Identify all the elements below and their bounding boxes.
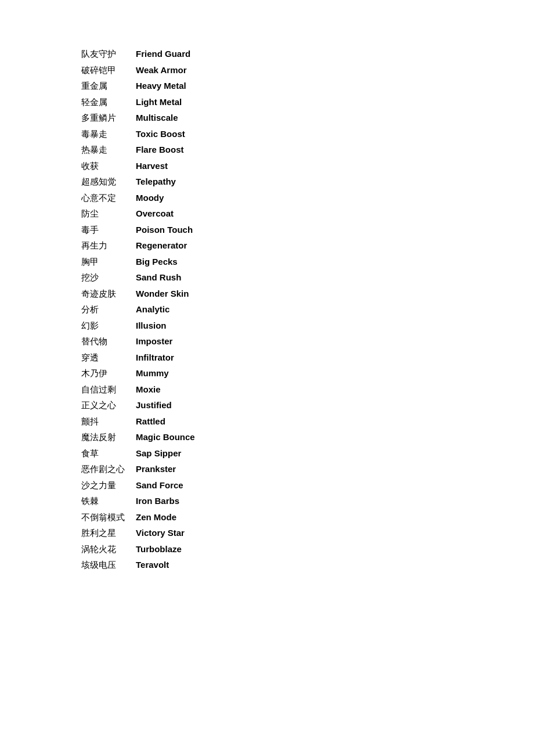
chinese-name: 垓级电压 <box>81 557 134 573</box>
ability-list: 队友守护Friend Guard破碎铠甲Weak Armor重金属Heavy M… <box>81 46 453 573</box>
ability-row: 胜利之星Victory Star <box>81 525 453 541</box>
english-name: Iron Barbs <box>136 494 179 509</box>
chinese-name: 铁棘 <box>81 494 134 509</box>
chinese-name: 食草 <box>81 446 134 461</box>
english-name: Big Pecks <box>136 254 178 269</box>
chinese-name: 多重鳞片 <box>81 110 134 125</box>
ability-row: 替代物Imposter <box>81 334 453 349</box>
english-name: Multiscale <box>136 110 178 125</box>
chinese-name: 涡轮火花 <box>81 542 134 557</box>
english-name: Flare Boost <box>136 142 184 157</box>
ability-row: 自信过剩Moxie <box>81 382 453 397</box>
chinese-name: 自信过剩 <box>81 382 134 397</box>
chinese-name: 轻金属 <box>81 95 134 110</box>
english-name: Weak Armor <box>136 63 187 78</box>
chinese-name: 毒手 <box>81 222 134 237</box>
ability-row: 热暴走Flare Boost <box>81 142 453 157</box>
english-name: Heavy Metal <box>136 78 186 93</box>
chinese-name: 重金属 <box>81 78 134 93</box>
ability-row: 木乃伊Mummy <box>81 366 453 381</box>
english-name: Sand Rush <box>136 270 181 285</box>
ability-row: 心意不定Moody <box>81 190 453 206</box>
ability-row: 破碎铠甲Weak Armor <box>81 63 453 78</box>
english-name: Poison Touch <box>136 222 193 237</box>
chinese-name: 颤抖 <box>81 414 134 429</box>
chinese-name: 胜利之星 <box>81 525 134 541</box>
english-name: Teravolt <box>136 557 169 573</box>
chinese-name: 再生力 <box>81 238 134 253</box>
ability-row: 收获Harvest <box>81 159 453 174</box>
chinese-name: 恶作剧之心 <box>81 462 134 477</box>
english-name: Zen Mode <box>136 510 176 525</box>
english-name: Telepathy <box>136 174 176 189</box>
chinese-name: 木乃伊 <box>81 366 134 381</box>
chinese-name: 队友守护 <box>81 46 134 62</box>
english-name: Imposter <box>136 334 172 349</box>
chinese-name: 替代物 <box>81 334 134 349</box>
english-name: Toxic Boost <box>136 127 185 142</box>
ability-row: 铁棘Iron Barbs <box>81 494 453 509</box>
ability-row: 涡轮火花Turboblaze <box>81 542 453 557</box>
english-name: Regenerator <box>136 238 187 253</box>
chinese-name: 破碎铠甲 <box>81 63 134 78</box>
chinese-name: 不倒翁模式 <box>81 510 134 525</box>
english-name: Rattled <box>136 414 165 429</box>
ability-row: 毒暴走Toxic Boost <box>81 127 453 142</box>
english-name: Light Metal <box>136 95 182 110</box>
ability-row: 重金属Heavy Metal <box>81 78 453 93</box>
english-name: Moxie <box>136 382 161 397</box>
chinese-name: 魔法反射 <box>81 430 134 445</box>
chinese-name: 胸甲 <box>81 254 134 269</box>
ability-row: 分析Analytic <box>81 302 453 317</box>
english-name: Wonder Skin <box>136 286 189 301</box>
chinese-name: 毒暴走 <box>81 127 134 142</box>
ability-row: 恶作剧之心Prankster <box>81 462 453 477</box>
ability-row: 胸甲Big Pecks <box>81 254 453 269</box>
english-name: Sand Force <box>136 478 183 493</box>
ability-row: 再生力Regenerator <box>81 238 453 253</box>
ability-row: 毒手Poison Touch <box>81 222 453 237</box>
chinese-name: 挖沙 <box>81 270 134 285</box>
ability-row: 魔法反射Magic Bounce <box>81 430 453 445</box>
english-name: Illusion <box>136 318 167 333</box>
chinese-name: 防尘 <box>81 206 134 221</box>
english-name: Justified <box>136 398 172 413</box>
english-name: Infiltrator <box>136 350 174 365</box>
ability-row: 幻影Illusion <box>81 318 453 333</box>
english-name: Overcoat <box>136 206 174 221</box>
ability-row: 队友守护Friend Guard <box>81 46 453 62</box>
chinese-name: 热暴走 <box>81 142 134 157</box>
ability-row: 奇迹皮肤Wonder Skin <box>81 286 453 301</box>
english-name: Victory Star <box>136 525 185 541</box>
chinese-name: 收获 <box>81 159 134 174</box>
english-name: Magic Bounce <box>136 430 195 445</box>
ability-row: 挖沙Sand Rush <box>81 270 453 285</box>
english-name: Analytic <box>136 302 169 317</box>
ability-row: 颤抖Rattled <box>81 414 453 429</box>
chinese-name: 正义之心 <box>81 398 134 413</box>
english-name: Prankster <box>136 462 176 477</box>
english-name: Moody <box>136 190 164 206</box>
ability-row: 食草Sap Sipper <box>81 446 453 461</box>
ability-row: 沙之力量Sand Force <box>81 478 453 493</box>
chinese-name: 幻影 <box>81 318 134 333</box>
chinese-name: 奇迹皮肤 <box>81 286 134 301</box>
chinese-name: 穿透 <box>81 350 134 365</box>
chinese-name: 超感知觉 <box>81 174 134 189</box>
chinese-name: 心意不定 <box>81 190 134 206</box>
ability-row: 不倒翁模式Zen Mode <box>81 510 453 525</box>
ability-row: 多重鳞片Multiscale <box>81 110 453 125</box>
ability-row: 垓级电压Teravolt <box>81 557 453 573</box>
chinese-name: 沙之力量 <box>81 478 134 493</box>
ability-row: 超感知觉Telepathy <box>81 174 453 189</box>
ability-row: 正义之心Justified <box>81 398 453 413</box>
english-name: Friend Guard <box>136 46 190 62</box>
chinese-name: 分析 <box>81 302 134 317</box>
ability-row: 防尘Overcoat <box>81 206 453 221</box>
english-name: Turboblaze <box>136 542 182 557</box>
english-name: Mummy <box>136 366 169 381</box>
ability-row: 穿透Infiltrator <box>81 350 453 365</box>
ability-row: 轻金属Light Metal <box>81 95 453 110</box>
english-name: Sap Sipper <box>136 446 181 461</box>
english-name: Harvest <box>136 159 168 174</box>
